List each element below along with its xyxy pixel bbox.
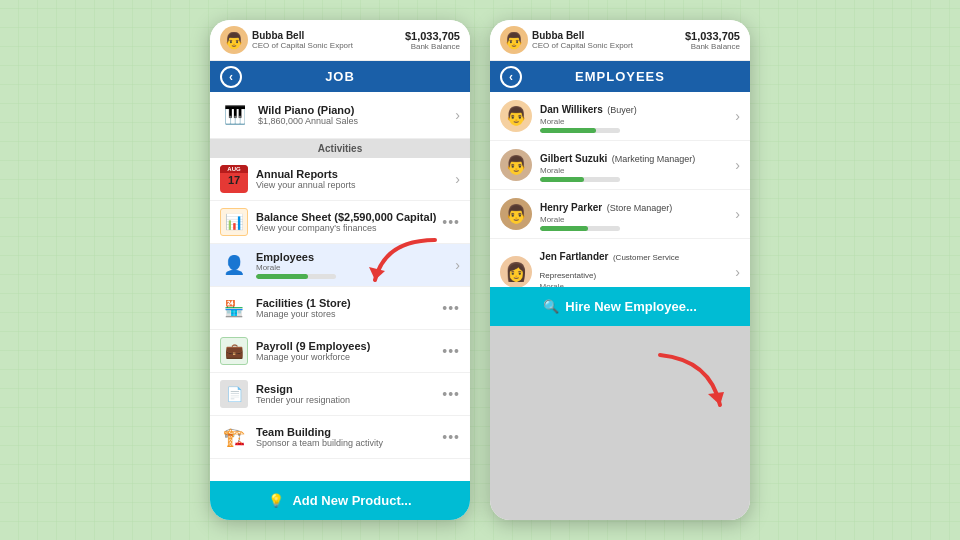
job-top-chevron-icon: › — [455, 107, 460, 123]
profile-bar-right: 👨 Bubba Bell CEO of Capital Sonic Export… — [490, 20, 750, 61]
activity-team-building[interactable]: 🏗️ Team Building Sponsor a team building… — [210, 416, 470, 459]
employee-henry-parker[interactable]: 👨 Henry Parker (Store Manager) Morale › — [490, 190, 750, 239]
payroll-left: 💼 Payroll (9 Employees) Manage your work… — [220, 337, 370, 365]
emp-morale-bar-dan — [540, 128, 596, 133]
employee-dan-willikers[interactable]: 👨 Dan Willikers (Buyer) Morale › — [490, 92, 750, 141]
emp-info-dan: Dan Willikers (Buyer) Morale — [540, 99, 637, 133]
emp-name-gilbert: Gilbert Suzuki (Marketing Manager) — [540, 148, 695, 166]
annual-reports-left: AUG 17 Annual Reports View your annual r… — [220, 165, 355, 193]
job-top-item-title: Wild Piano (Piano) — [258, 104, 358, 116]
emp-morale-container-dan — [540, 128, 620, 133]
avatar-left: 👨 — [220, 26, 248, 54]
facilities-title: Facilities (1 Store) — [256, 297, 351, 309]
facilities-info: Facilities (1 Store) Manage your stores — [256, 297, 351, 319]
resign-title: Resign — [256, 383, 350, 395]
emp-morale-bar-henry — [540, 226, 588, 231]
emp-chevron-henry-icon: › — [735, 206, 740, 222]
activity-annual-reports[interactable]: AUG 17 Annual Reports View your annual r… — [210, 158, 470, 201]
annual-reports-title: Annual Reports — [256, 168, 355, 180]
employees-morale-bar — [256, 274, 308, 279]
employees-info: Employees Morale — [256, 251, 336, 279]
profile-info-right: Bubba Bell CEO of Capital Sonic Export — [532, 30, 633, 50]
emp-morale-label-henry: Morale — [540, 215, 672, 224]
user-name-right: Bubba Bell — [532, 30, 633, 41]
employees-chevron-icon: › — [455, 257, 460, 273]
activity-resign[interactable]: 📄 Resign Tender your resignation ••• — [210, 373, 470, 416]
emp-name-jen: Jen Fartlander (Customer Service Represe… — [540, 246, 736, 282]
employees-left: 👤 Employees Morale — [220, 251, 336, 279]
team-building-left: 🏗️ Team Building Sponsor a team building… — [220, 423, 383, 451]
emp-info-gilbert: Gilbert Suzuki (Marketing Manager) Moral… — [540, 148, 695, 182]
balance-info-right: $1,033,705 Bank Balance — [685, 30, 740, 51]
activity-balance-sheet[interactable]: 📊 Balance Sheet ($2,590,000 Capital) Vie… — [210, 201, 470, 244]
profile-left: 👨 Bubba Bell CEO of Capital Sonic Export — [220, 26, 353, 54]
balance-sheet-left: 📊 Balance Sheet ($2,590,000 Capital) Vie… — [220, 208, 436, 236]
profile-info-left: Bubba Bell CEO of Capital Sonic Export — [252, 30, 353, 50]
job-top-item-left: 🎹 Wild Piano (Piano) $1,860,000 Annual S… — [220, 100, 358, 130]
add-new-product-button[interactable]: 💡 Add New Product... — [210, 481, 470, 520]
gray-area — [490, 326, 750, 521]
balance-sheet-dots-icon[interactable]: ••• — [442, 214, 460, 230]
nav-title-right: EMPLOYEES — [575, 69, 665, 84]
balance-info-left: $1,033,705 Bank Balance — [405, 30, 460, 51]
user-title-right: CEO of Capital Sonic Export — [532, 41, 633, 50]
back-button-left[interactable]: ‹ — [220, 66, 242, 88]
balance-label-left: Bank Balance — [405, 42, 460, 51]
team-building-dots-icon[interactable]: ••• — [442, 429, 460, 445]
emp-left-jen: 👩 Jen Fartlander (Customer Service Repre… — [500, 246, 735, 287]
activity-facilities[interactable]: 🏪 Facilities (1 Store) Manage your store… — [210, 287, 470, 330]
user-title-left: CEO of Capital Sonic Export — [252, 41, 353, 50]
emp-avatar-gilbert: 👨 — [500, 149, 532, 181]
payroll-info: Payroll (9 Employees) Manage your workfo… — [256, 340, 370, 362]
annual-reports-info: Annual Reports View your annual reports — [256, 168, 355, 190]
emp-morale-container-henry — [540, 226, 620, 231]
user-name-left: Bubba Bell — [252, 30, 353, 41]
annual-reports-chevron-icon: › — [455, 171, 460, 187]
facilities-dots-icon[interactable]: ••• — [442, 300, 460, 316]
hire-label: Hire New Employee... — [565, 299, 697, 314]
emp-info-henry: Henry Parker (Store Manager) Morale — [540, 197, 672, 231]
activity-employees[interactable]: 👤 Employees Morale › — [210, 244, 470, 287]
payroll-sub: Manage your workforce — [256, 352, 370, 362]
emp-avatar-dan: 👨 — [500, 100, 532, 132]
resign-left: 📄 Resign Tender your resignation — [220, 380, 350, 408]
hire-icon: 🔍 — [543, 299, 559, 314]
team-building-info: Team Building Sponsor a team building ac… — [256, 426, 383, 448]
job-top-item[interactable]: 🎹 Wild Piano (Piano) $1,860,000 Annual S… — [210, 92, 470, 139]
payroll-icon: 💼 — [220, 337, 248, 365]
content-area-left: 🎹 Wild Piano (Piano) $1,860,000 Annual S… — [210, 92, 470, 481]
emp-avatar-jen: 👩 — [500, 256, 532, 287]
back-button-right[interactable]: ‹ — [500, 66, 522, 88]
emp-name-henry: Henry Parker (Store Manager) — [540, 197, 672, 215]
emp-morale-label-dan: Morale — [540, 117, 637, 126]
employee-gilbert-suzuki[interactable]: 👨 Gilbert Suzuki (Marketing Manager) Mor… — [490, 141, 750, 190]
facilities-sub: Manage your stores — [256, 309, 351, 319]
employee-list: 👨 Dan Willikers (Buyer) Morale › — [490, 92, 750, 287]
right-panel: 👨 Bubba Bell CEO of Capital Sonic Export… — [490, 20, 750, 520]
balance-amount-left: $1,033,705 — [405, 30, 460, 42]
emp-chevron-gilbert-icon: › — [735, 157, 740, 173]
hire-new-employee-button[interactable]: 🔍 Hire New Employee... — [490, 287, 750, 326]
facilities-left: 🏪 Facilities (1 Store) Manage your store… — [220, 294, 351, 322]
employee-jen-fartlander[interactable]: 👩 Jen Fartlander (Customer Service Repre… — [490, 239, 750, 287]
profile-left-right: 👨 Bubba Bell CEO of Capital Sonic Export — [500, 26, 633, 54]
resign-dots-icon[interactable]: ••• — [442, 386, 460, 402]
left-panel: 👨 Bubba Bell CEO of Capital Sonic Export… — [210, 20, 470, 520]
store-icon: 🏪 — [220, 294, 248, 322]
activity-payroll[interactable]: 💼 Payroll (9 Employees) Manage your work… — [210, 330, 470, 373]
team-building-title: Team Building — [256, 426, 383, 438]
emp-morale-container-gilbert — [540, 177, 620, 182]
job-top-item-info: Wild Piano (Piano) $1,860,000 Annual Sal… — [258, 104, 358, 126]
emp-left-henry: 👨 Henry Parker (Store Manager) Morale — [500, 197, 672, 231]
nav-header-left: ‹ JOB — [210, 61, 470, 92]
resign-icon: 📄 — [220, 380, 248, 408]
employees-title: Employees — [256, 251, 336, 263]
annual-reports-sub: View your annual reports — [256, 180, 355, 190]
panels-wrapper: 👨 Bubba Bell CEO of Capital Sonic Export… — [210, 20, 750, 520]
emp-chevron-jen-icon: › — [735, 264, 740, 280]
employees-person-icon: 👤 — [220, 251, 248, 279]
payroll-dots-icon[interactable]: ••• — [442, 343, 460, 359]
nav-title-left: JOB — [325, 69, 355, 84]
emp-morale-bar-gilbert — [540, 177, 584, 182]
emp-left-gilbert: 👨 Gilbert Suzuki (Marketing Manager) Mor… — [500, 148, 695, 182]
